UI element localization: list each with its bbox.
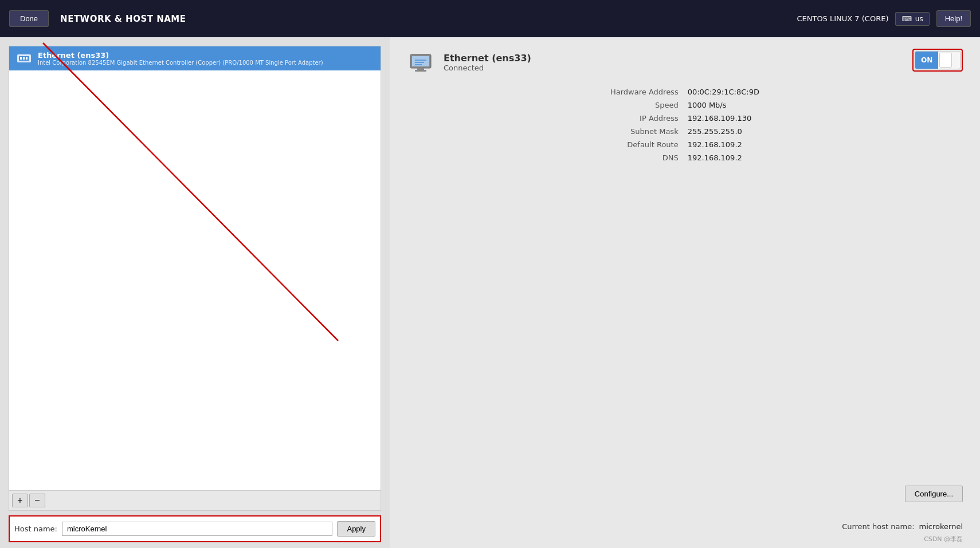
header: Done NETWORK & HOST NAME CENTOS LINUX 7 … xyxy=(0,0,980,37)
dns-label: DNS xyxy=(407,153,679,162)
toggle-container: ON xyxy=(912,49,963,72)
os-label: CENTOS LINUX 7 (CORE) xyxy=(797,14,888,23)
right-panel: Ethernet (ens33) Connected ON Hardware A… xyxy=(390,37,980,548)
interface-item[interactable]: Ethernet (ens33) Intel Corporation 82545… xyxy=(9,46,381,70)
hardware-address-value: 00:0C:29:1C:8C:9D xyxy=(688,88,963,96)
svg-rect-9 xyxy=(415,70,426,72)
add-interface-button[interactable]: + xyxy=(12,494,28,507)
toggle-switch[interactable]: ON xyxy=(915,51,961,69)
network-status: Connected xyxy=(444,64,531,72)
speed-label: Speed xyxy=(407,101,679,109)
done-button[interactable]: Done xyxy=(9,10,49,27)
hostname-label: Host name: xyxy=(14,525,57,533)
header-left: Done NETWORK & HOST NAME xyxy=(9,10,186,27)
current-hostname-row: Current host name: microkernel xyxy=(842,522,963,531)
ip-address-value: 192.168.109.130 xyxy=(688,114,963,123)
remove-interface-button[interactable]: − xyxy=(29,494,45,507)
network-icon-container xyxy=(407,49,434,76)
header-right: CENTOS LINUX 7 (CORE) ⌨ us Help! xyxy=(797,10,971,27)
ethernet-icon xyxy=(16,52,32,65)
interface-description: Intel Corporation 82545EM Gigabit Ethern… xyxy=(38,60,323,66)
keyboard-icon: ⌨ xyxy=(901,15,911,23)
svg-rect-2 xyxy=(20,57,22,60)
main-content: Ethernet (ens33) Intel Corporation 82545… xyxy=(0,37,980,548)
apply-button[interactable]: Apply xyxy=(337,521,375,537)
default-route-value: 192.168.109.2 xyxy=(688,140,963,149)
watermark: CSDN @李磊 xyxy=(924,535,963,543)
interface-name: Ethernet (ens33) xyxy=(38,51,323,60)
subnet-mask-label: Subnet Mask xyxy=(407,127,679,136)
interface-list: Ethernet (ens33) Intel Corporation 82545… xyxy=(9,46,381,491)
current-hostname-value: microkernel xyxy=(919,522,963,531)
subnet-mask-value: 255.255.255.0 xyxy=(688,127,963,136)
ip-address-label: IP Address xyxy=(407,114,679,123)
network-header: Ethernet (ens33) Connected ON xyxy=(407,49,963,76)
configure-button[interactable]: Configure... xyxy=(905,486,963,502)
keyboard-locale: us xyxy=(915,15,923,23)
list-toolbar: + − xyxy=(9,491,381,511)
details-table: Hardware Address 00:0C:29:1C:8C:9D Speed… xyxy=(407,88,963,162)
default-route-label: Default Route xyxy=(407,140,679,149)
help-button[interactable]: Help! xyxy=(936,10,971,27)
toggle-on-label: ON xyxy=(915,52,938,69)
hardware-address-label: Hardware Address xyxy=(407,88,679,96)
svg-rect-4 xyxy=(26,57,28,60)
hostname-row: Host name: Apply xyxy=(9,515,381,542)
network-title-block: Ethernet (ens33) Connected xyxy=(444,53,531,72)
speed-value: 1000 Mb/s xyxy=(688,101,963,109)
network-info: Ethernet (ens33) Connected xyxy=(407,49,531,76)
toggle-slider xyxy=(939,53,952,68)
left-panel: Ethernet (ens33) Intel Corporation 82545… xyxy=(0,37,390,548)
current-hostname-label: Current host name: xyxy=(842,522,914,531)
page-title: NETWORK & HOST NAME xyxy=(60,14,186,24)
keyboard-selector[interactable]: ⌨ us xyxy=(895,12,929,26)
hostname-input[interactable] xyxy=(62,522,332,536)
network-name: Ethernet (ens33) xyxy=(444,53,531,64)
dns-value: 192.168.109.2 xyxy=(688,153,963,162)
interface-item-text: Ethernet (ens33) Intel Corporation 82545… xyxy=(38,51,323,66)
svg-rect-3 xyxy=(23,57,25,60)
